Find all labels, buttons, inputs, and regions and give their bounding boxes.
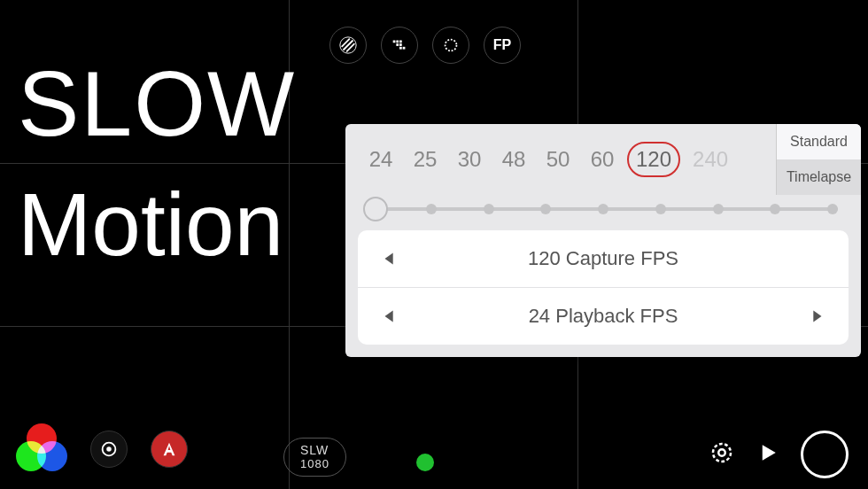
sun-icon[interactable]: [432, 27, 469, 64]
capture-fps-row: 120 Capture FPS: [358, 230, 849, 288]
play-icon[interactable]: [755, 439, 781, 470]
fps-option-30[interactable]: 30: [450, 144, 489, 175]
svg-rect-6: [399, 47, 402, 50]
fp-icon[interactable]: FP: [484, 27, 521, 64]
target-icon[interactable]: [90, 431, 128, 468]
svg-point-11: [713, 444, 731, 462]
svg-rect-7: [403, 47, 406, 50]
record-button[interactable]: [801, 431, 849, 478]
slider-handle[interactable]: [363, 197, 388, 221]
svg-point-10: [106, 446, 112, 452]
fps-option-25[interactable]: 25: [406, 144, 445, 175]
bottom-right-controls: [709, 431, 849, 478]
svg-point-8: [446, 40, 457, 51]
mode-badge[interactable]: SLW 1080: [283, 438, 346, 477]
bottom-left-controls: [16, 423, 188, 475]
title-slow: SLOW: [18, 51, 296, 157]
title-motion: Motion: [18, 174, 283, 276]
svg-rect-2: [396, 41, 399, 43]
resolution-label: 1080: [300, 457, 329, 470]
top-icon-row: FP: [329, 27, 521, 64]
fps-option-240: 240: [686, 144, 735, 175]
capture-fps-label: 120 Capture FPS: [402, 247, 804, 270]
playback-fps-row: 24 Playback FPS: [358, 288, 849, 345]
svg-rect-4: [396, 43, 399, 46]
settings-icon[interactable]: [709, 439, 735, 470]
svg-rect-1: [393, 41, 396, 43]
fps-panel: 24 25 30 48 50 60 120 240 Standard Timel…: [345, 124, 861, 357]
capture-fps-decrease[interactable]: [377, 246, 402, 271]
fps-option-24[interactable]: 24: [361, 144, 400, 175]
playback-fps-decrease[interactable]: [377, 304, 402, 329]
playback-fps-label: 24 Playback FPS: [402, 305, 804, 328]
svg-rect-3: [399, 41, 402, 43]
fps-option-60[interactable]: 60: [583, 144, 622, 175]
rgb-icon[interactable]: [16, 423, 67, 475]
playback-slider[interactable]: [345, 195, 861, 230]
a-icon[interactable]: [151, 431, 188, 468]
mode-label: SLW: [300, 444, 329, 457]
fps-option-50[interactable]: 50: [539, 144, 577, 175]
indicator-dot: [416, 454, 434, 471]
fps-option-list: 24 25 30 48 50 60 120 240: [345, 124, 776, 195]
zebra-icon[interactable]: [329, 27, 367, 64]
peaking-icon[interactable]: [381, 27, 418, 64]
svg-point-12: [718, 449, 725, 456]
svg-rect-5: [399, 43, 402, 46]
tab-standard[interactable]: Standard: [776, 124, 861, 159]
playback-fps-increase[interactable]: [804, 304, 829, 329]
fps-option-48[interactable]: 48: [494, 144, 533, 175]
fps-option-120[interactable]: 120: [627, 142, 680, 177]
fps-mode-tabs: Standard Timelapse: [776, 124, 861, 195]
tab-timelapse[interactable]: Timelapse: [776, 159, 861, 195]
